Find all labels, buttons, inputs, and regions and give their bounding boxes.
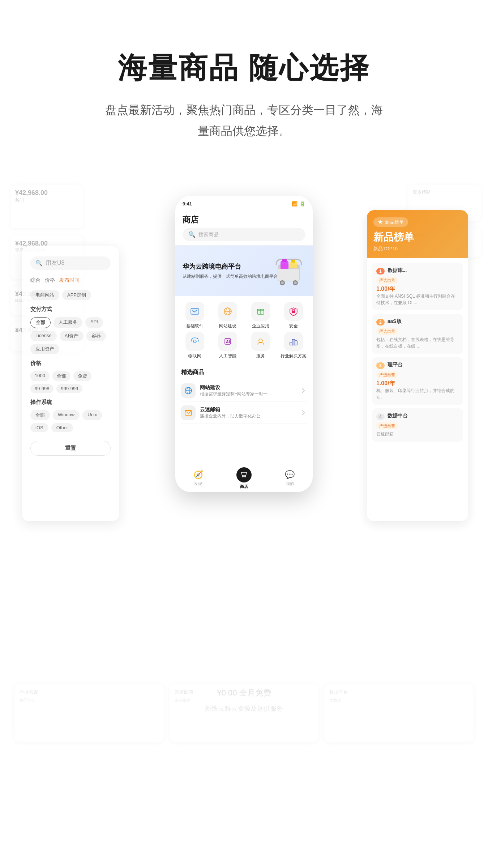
filter-search-bar[interactable]: 🔍 用友U8 bbox=[30, 256, 111, 270]
banner-cart-illustration bbox=[271, 248, 307, 292]
bottom-card-3: 数据平台 大数据 bbox=[324, 684, 474, 742]
tab-publish-time[interactable]: 发布时间 bbox=[59, 277, 80, 284]
filter-price-chips: 1000 全部 免费 99-998 999-999 bbox=[30, 371, 111, 393]
filter-price-free[interactable]: 免费 bbox=[73, 371, 91, 381]
phone-banner-text: 华为云跨境电商平台 从建站到服务，提供一式简单高效的跨境电商平台 bbox=[183, 262, 278, 280]
svg-rect-6 bbox=[281, 261, 288, 269]
right-card-badge: 新品榜单 bbox=[373, 217, 408, 227]
hero-subtitle: 盘点最新活动，聚焦热门商品，专区分类一目了然，海量商品供您选择。 bbox=[103, 100, 385, 141]
cat-label-basic: 基础软件 bbox=[186, 323, 204, 329]
phone-product-website[interactable]: 网站建设 根据需求量身定制+网站专家一对一... bbox=[181, 380, 307, 402]
cat-service[interactable]: 服务 bbox=[245, 332, 275, 359]
svg-rect-7 bbox=[282, 259, 287, 262]
phone-product-email[interactable]: 云速邮箱 连接企业内外，助力数字化办公 bbox=[181, 402, 307, 424]
product-2-name: aaS版 bbox=[388, 318, 402, 325]
filter-search-placeholder: 用友U8 bbox=[46, 259, 64, 267]
product-icon-email bbox=[181, 405, 196, 420]
cat-label-ai: 人工智能 bbox=[219, 353, 236, 359]
rank-badge-2: 2 bbox=[376, 319, 385, 326]
svg-point-3 bbox=[281, 281, 284, 284]
filter-os-other[interactable]: Other bbox=[51, 423, 73, 432]
screenshots-area: ¥42,968.00 起/月 ¥42,968.00 亚马逊智能联播 ¥42,96… bbox=[0, 174, 488, 771]
right-card-badge-text: 新品榜单 bbox=[385, 219, 404, 225]
filter-tabs: 综合 价格 发布时间 bbox=[30, 277, 111, 284]
right-product-row-3[interactable]: 3 理平台 严选自营 1.00/年 机、服装、印染等行业特点，并结合成的功. bbox=[372, 357, 463, 405]
cat-website[interactable]: 网站建设 bbox=[213, 302, 243, 329]
product-1-badge: 严选自营 bbox=[376, 277, 398, 284]
filter-chip-ecommerce[interactable]: 电商网站 bbox=[30, 290, 59, 300]
phone-bottom-nav: 🧭 发现 商店 💬 我的 bbox=[175, 467, 313, 492]
filter-payment-license[interactable]: License bbox=[30, 331, 57, 341]
filter-type-chips: 电商网站 APP定制 bbox=[30, 290, 111, 300]
phone-product-website-desc: 根据需求量身定制+网站专家一对一... bbox=[200, 391, 272, 397]
filter-os-ios[interactable]: iOS bbox=[30, 423, 48, 432]
cat-label-service: 服务 bbox=[256, 353, 265, 359]
cat-icon-enterprise bbox=[251, 302, 270, 321]
filter-price-all[interactable]: 全部 bbox=[52, 371, 70, 381]
bottom-card-1: 企业云盘 协同办公 bbox=[14, 684, 164, 742]
nav-discover[interactable]: 🧭 发现 bbox=[175, 470, 221, 489]
cat-label-industry: 行业解决方案 bbox=[281, 353, 307, 359]
filter-payment-ai[interactable]: AI资产 bbox=[60, 331, 84, 341]
filter-price-1000[interactable]: 1000 bbox=[30, 371, 50, 381]
svg-rect-17 bbox=[292, 311, 295, 313]
phone-main-mockup: 9:41 📶 🔋 商店 🔍 搜索商品 华为云跨境电商平台 从建站到服务，提供一式… bbox=[175, 196, 313, 492]
phone-product-email-info: 云速邮箱 连接企业内外，助力数字化办公 bbox=[200, 407, 295, 419]
phone-product-email-name: 云速邮箱 bbox=[200, 407, 295, 413]
cat-iot[interactable]: 物联网 bbox=[180, 332, 210, 359]
right-product-row-2[interactable]: 2 aaS版 严选自营 包括：在线文档，在线表格，在线思维导图，在线白板，在线.… bbox=[372, 314, 463, 354]
svg-point-5 bbox=[294, 281, 297, 284]
filter-payment-all[interactable]: 全部 bbox=[30, 317, 51, 328]
svg-rect-24 bbox=[292, 339, 295, 345]
filter-payment-container[interactable]: 容器 bbox=[86, 331, 106, 341]
phone-banner-title: 华为云跨境电商平台 bbox=[183, 262, 278, 271]
nav-mine[interactable]: 💬 我的 bbox=[267, 470, 313, 489]
filter-payment-title: 交付方式 bbox=[30, 306, 111, 313]
search-icon: 🔍 bbox=[35, 260, 43, 267]
rank-badge-3: 3 bbox=[376, 362, 385, 369]
filter-reset-button[interactable]: 重置 bbox=[30, 441, 111, 456]
bottom-card-2: 云速邮箱 企业邮件 bbox=[170, 684, 319, 742]
filter-payment-api[interactable]: API bbox=[85, 317, 103, 328]
nav-store[interactable]: 商店 bbox=[221, 467, 267, 492]
phone-header: 商店 🔍 搜索商品 bbox=[175, 212, 313, 246]
cat-basic-software[interactable]: 基础软件 bbox=[180, 302, 210, 329]
filter-panel: 🔍 用友U8 综合 价格 发布时间 电商网站 APP定制 交付方式 全部 人工服… bbox=[22, 246, 119, 521]
product-2-badge: 严选自营 bbox=[376, 328, 398, 335]
tab-price[interactable]: 价格 bbox=[45, 277, 55, 284]
cat-icon-security bbox=[284, 302, 303, 321]
product-3-price: 1.00/年 bbox=[376, 380, 459, 387]
filter-chip-app[interactable]: APP定制 bbox=[62, 290, 91, 300]
filter-price-99-998[interactable]: 99-998 bbox=[30, 384, 53, 393]
right-product-row-4[interactable]: 4 数据中台 严选自营 云速邮箱 bbox=[372, 408, 463, 442]
cat-security[interactable]: 安全 bbox=[278, 302, 308, 329]
filter-payment-app-asset[interactable]: 应用资产 bbox=[30, 344, 59, 354]
chevron-right-icon-2 bbox=[300, 409, 307, 416]
cat-ai[interactable]: AI 人工智能 bbox=[213, 332, 243, 359]
phone-search-bar[interactable]: 🔍 搜索商品 bbox=[183, 228, 305, 241]
product-3-name: 理平台 bbox=[388, 362, 403, 368]
nav-mine-icon: 💬 bbox=[285, 470, 295, 480]
cat-icon-service bbox=[251, 332, 270, 351]
tab-general[interactable]: 综合 bbox=[30, 277, 40, 284]
filter-payment-manual[interactable]: 人工服务 bbox=[53, 317, 82, 328]
filter-payment-chips: 全部 人工服务 API License AI资产 容器 应用资产 bbox=[30, 317, 111, 354]
filter-os-all[interactable]: 全部 bbox=[30, 410, 50, 420]
cat-industry[interactable]: 行业解决方案 bbox=[278, 332, 308, 359]
product-1-name: 数据库... bbox=[388, 267, 407, 274]
right-product-row-1[interactable]: 1 数据库... 严选自营 1.00/年 全面支持 ANSI SQL 标准和主行… bbox=[372, 263, 463, 310]
rank-badge-1: 1 bbox=[376, 268, 385, 275]
filter-price-999[interactable]: 999-999 bbox=[56, 384, 82, 393]
filter-os-unix[interactable]: Unix bbox=[82, 410, 102, 420]
rank-badge-4: 4 bbox=[376, 413, 385, 420]
filter-os-window[interactable]: Window bbox=[53, 410, 80, 420]
svg-point-30 bbox=[244, 476, 246, 477]
cat-enterprise[interactable]: 企业应用 bbox=[245, 302, 275, 329]
svg-rect-9 bbox=[291, 260, 295, 263]
product-2-desc: 包括：在线文档，在线表格，在线思维导图，在线白板，在线... bbox=[376, 336, 459, 349]
cat-label-security: 安全 bbox=[289, 323, 298, 329]
nav-discover-label: 发现 bbox=[194, 481, 202, 486]
product-icon-website bbox=[181, 383, 196, 398]
cat-label-enterprise: 企业应用 bbox=[252, 323, 269, 329]
right-product-list: 1 数据库... 严选自营 1.00/年 全面支持 ANSI SQL 标准和主行… bbox=[367, 258, 468, 450]
